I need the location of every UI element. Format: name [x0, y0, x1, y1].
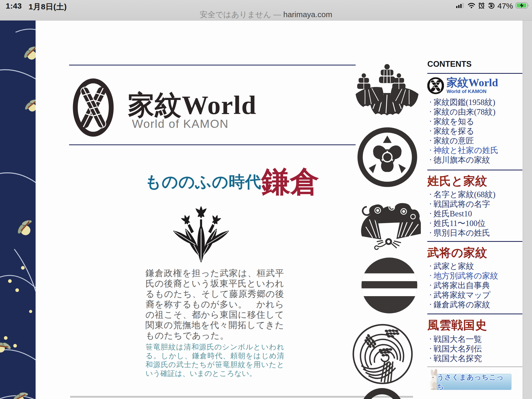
contents-heading: CONTENTS	[427, 59, 472, 69]
site-subtitle: World of KAMON	[132, 117, 229, 131]
contents-link[interactable]: ・名字と家紋(68紋)	[427, 190, 495, 199]
contents-rule	[427, 241, 522, 242]
cellular-signal-icon	[456, 2, 465, 10]
section-heading-busho: 武将の家紋	[427, 245, 487, 261]
contents-section-seishi: ・名字と家紋(68紋) ・戦国武将の名字 ・姓氏Best10 ・姓氏11〜100…	[427, 190, 495, 238]
contents-link[interactable]: ・徳川旗本の家紋	[427, 155, 498, 165]
contents-link[interactable]: ・武家と家紋	[427, 261, 498, 271]
contents-link[interactable]: ・県別日本の姓氏	[427, 228, 495, 238]
contents-rule	[427, 314, 522, 314]
section-heading-seishi: 姓氏と家紋	[427, 173, 487, 189]
contents-link[interactable]: ・家紋の由来(78紋)	[427, 107, 498, 117]
clover-circle-crest-icon	[356, 126, 418, 189]
butterfly-crest-icon	[353, 198, 421, 251]
alarm-icon	[478, 2, 485, 10]
battery-percent: 47%	[497, 2, 513, 10]
web-page: 家紋World World of KAMON もののふの時代 鎌倉	[0, 21, 532, 399]
contents-rule	[427, 73, 522, 74]
contents-link[interactable]: ・武将家紋マップ	[427, 290, 498, 300]
contents-section-kamon: ・家紋図鑑(1958紋) ・家紋の由来(78紋) ・家紋を知る ・家紋を探る ・…	[427, 97, 498, 165]
hero-accent: 鎌倉	[261, 167, 318, 196]
two-bars-circle-crest-icon	[361, 257, 418, 315]
page-right-gutter	[523, 21, 532, 399]
safari-window: 1:43 1月8日(土) 47%	[0, 0, 532, 399]
contents-link[interactable]: ・戦国武将の名字	[427, 199, 495, 209]
hero-title: もののふの時代	[145, 171, 261, 196]
kamon-world-logo-crest-icon	[73, 77, 114, 139]
rotation-lock-icon	[488, 2, 495, 10]
contents-link[interactable]: ・戦国大名列伝	[427, 344, 482, 354]
security-warning: 安全ではありません —	[200, 10, 281, 19]
masthead-bottom-rule	[69, 144, 356, 145]
wifi-icon	[468, 2, 475, 10]
contents-link[interactable]: ・鎌倉武将の家紋	[427, 300, 498, 309]
contents-section-fuun: ・戦国大名一覧 ・戦国大名列伝 ・戦国大名探究	[427, 334, 482, 363]
contents-link[interactable]: ・家紋図鑑(1958紋)	[427, 97, 498, 107]
battery-charging-icon	[516, 2, 529, 10]
contents-link[interactable]: ・地方別武将の家紋	[427, 271, 498, 281]
usakuma-banner-link[interactable]: うさくまあっちこっち	[437, 374, 511, 390]
banner-text: うさくまあっちこっち	[437, 373, 511, 391]
contents-gray-rule	[427, 367, 522, 367]
article-note: 笹竜胆紋は清和源氏のシンボルといわれる。しかし、鎌倉時代、頼朝をはじめ清和源氏の…	[145, 343, 284, 378]
article-body: 鎌倉政権を担った武家は、桓武平氏の後裔という坂東平氏といわれるものたち、そして藤…	[145, 268, 284, 341]
mini-logo-title: 家紋World	[447, 77, 498, 88]
contents-link[interactable]: ・姓氏11〜100位	[427, 218, 495, 228]
mini-logo-subtitle: World of KAMON	[447, 89, 498, 94]
status-bar: 1:43 1月8日(土) 47%	[0, 0, 532, 10]
hero-heading: もののふの時代 鎌倉	[145, 167, 318, 196]
contents-link[interactable]: ・戦国大名一覧	[427, 334, 482, 344]
contents-link[interactable]: ・戦国大名探究	[427, 354, 482, 363]
contents-link[interactable]: ・姓氏Best10	[427, 209, 495, 218]
site-domain: harimaya.com	[283, 10, 332, 19]
firefly-pattern-border	[0, 21, 36, 399]
sasa-rindo-crest-icon	[170, 204, 232, 264]
contents-home-link[interactable]: 家紋World World of KAMON	[427, 77, 498, 95]
contents-link[interactable]: ・家紋を知る	[427, 117, 498, 126]
partial-ring-crest-icon	[360, 387, 404, 399]
section-heading-fuun: 風雲戦国史	[427, 317, 487, 333]
masthead-top-rule	[69, 65, 356, 65]
contents-rule	[427, 170, 522, 170]
contents-link[interactable]: ・武将家出自事典	[427, 281, 498, 290]
address-bar[interactable]: 安全ではありません — harimaya.com	[0, 9, 532, 20]
paulownia-crest-icon	[355, 61, 419, 120]
contents-sidebar: CONTENTS 家紋World World of KAMON	[427, 58, 523, 394]
browser-chrome: 1:43 1月8日(土) 47%	[0, 0, 532, 21]
contents-link[interactable]: ・神紋と社家の姓氏	[427, 145, 498, 155]
rice-circle-crest-icon	[351, 323, 414, 387]
contents-link[interactable]: ・家紋を探る	[427, 126, 498, 136]
kamon-world-mini-crest-icon	[427, 77, 444, 95]
contents-section-busho: ・武家と家紋 ・地方別武将の家紋 ・武将家出自事典 ・武将家紋マップ ・鎌倉武将…	[427, 261, 498, 309]
contents-link[interactable]: ・家紋の意匠	[427, 136, 498, 145]
